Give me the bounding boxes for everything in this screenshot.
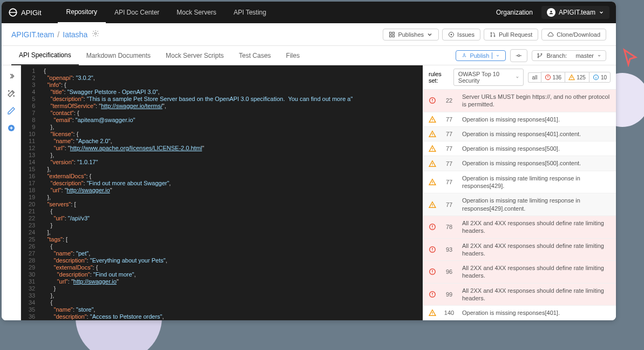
rule-line: 96	[442, 268, 457, 275]
logo-text: APIGit	[21, 9, 42, 17]
rule-message: Server URLs MUST begin https://, and no …	[462, 93, 611, 109]
wand-icon[interactable]	[7, 89, 16, 98]
warn-icon	[568, 74, 575, 80]
rule-message: All 2XX and 4XX responses should define …	[462, 242, 611, 258]
warn-icon	[429, 178, 436, 186]
nav-item[interactable]: Mock Servers	[168, 2, 225, 23]
breadcrumb-repo[interactable]: Iatasha	[63, 30, 87, 39]
rocket-icon	[462, 53, 467, 58]
rule-line: 78	[442, 224, 457, 230]
plus-icon[interactable]	[7, 124, 16, 132]
rule-line: 77	[442, 145, 457, 152]
issues-icon	[448, 31, 455, 38]
error-icon	[429, 291, 436, 298]
filter-error[interactable]: 136	[541, 72, 565, 83]
svg-rect-3	[390, 32, 392, 34]
chevron-down-icon	[597, 53, 601, 58]
rule-row[interactable]: 77Operation is missing responses[401].co…	[423, 127, 616, 142]
top-bar: APIGit RepositoryAPI Doc CenterMock Serv…	[2, 2, 616, 23]
svg-point-2	[94, 32, 97, 35]
rule-row[interactable]: 96All 2XX and 4XX responses should defin…	[423, 261, 616, 284]
nav-item[interactable]: API Testing	[225, 2, 275, 23]
rule-message: Operation is missing responses[401].	[462, 116, 611, 123]
rule-row[interactable]: 78All 2XX and 4XX responses should defin…	[423, 216, 616, 239]
branch-selector[interactable]: Branch: master	[532, 50, 606, 61]
filter-info[interactable]: 10	[589, 72, 611, 83]
tab[interactable]: API Specifications	[11, 46, 79, 65]
rule-line: 140	[442, 309, 457, 316]
user-name: APIGIT.team	[559, 9, 595, 16]
rule-message: Operation is missing rate limiting respo…	[462, 197, 611, 212]
logo[interactable]: APIGit	[8, 8, 42, 17]
error-icon	[429, 97, 436, 104]
rule-line: 93	[442, 246, 457, 253]
gear-icon[interactable]	[92, 30, 99, 39]
svg-rect-5	[390, 35, 392, 37]
breadcrumb-bar: APIGIT.team / Iatasha Publishes Issues P…	[2, 23, 616, 46]
commit-icon	[515, 52, 523, 59]
rule-row[interactable]: 22Server URLs MUST begin https://, and n…	[423, 90, 616, 112]
commit-icon-button[interactable]	[510, 49, 527, 62]
rule-message: Operation is missing responses[500].cont…	[462, 159, 611, 167]
rule-line: 77	[442, 160, 457, 167]
rules-panel: rules set: OWASP Top 10 Security all 136…	[423, 65, 616, 320]
rule-line: 77	[442, 116, 457, 123]
rule-line: 22	[442, 97, 457, 104]
svg-point-8	[451, 34, 452, 35]
svg-point-14	[538, 57, 539, 58]
user-menu[interactable]: APIGIT.team	[541, 6, 609, 19]
rule-row[interactable]: 77Operation is missing rate limiting res…	[423, 193, 616, 216]
chevron-down-icon	[516, 75, 519, 79]
rules-set-label: rules set:	[429, 71, 449, 84]
pencil-icon[interactable]	[7, 106, 16, 115]
issues-button[interactable]: Issues	[442, 29, 480, 41]
warn-icon	[429, 309, 436, 317]
chevron-down-icon	[496, 53, 500, 58]
pull-request-icon	[490, 31, 496, 38]
rule-line: 77	[442, 201, 457, 208]
error-icon	[429, 268, 436, 275]
nav-organization[interactable]: Organization	[496, 9, 533, 16]
rule-message: All 2XX and 4XX responses should define …	[462, 287, 611, 302]
svg-point-11	[494, 36, 495, 37]
avatar-icon	[547, 8, 555, 17]
rule-line: 99	[442, 291, 457, 298]
tabs-bar: API SpecificationsMarkdown DocumentsMock…	[2, 46, 616, 65]
rule-row[interactable]: 140Operation is missing responses[401].	[423, 306, 616, 320]
filter-warn[interactable]: 125	[565, 72, 589, 83]
clone-button[interactable]: Clone/Download	[541, 29, 606, 41]
rules-set-dropdown[interactable]: OWASP Top 10 Security	[453, 69, 524, 86]
branch-icon	[537, 52, 543, 59]
tab[interactable]: Markdown Documents	[79, 46, 158, 65]
breadcrumb-separator: /	[57, 30, 59, 39]
rule-row[interactable]: 93All 2XX and 4XX responses should defin…	[423, 239, 616, 261]
code-editor[interactable]: 1234567891011121314151617181920212223242…	[21, 65, 423, 320]
warn-icon	[429, 130, 436, 138]
pull-request-button[interactable]: Pull Request	[484, 29, 538, 41]
rule-message: Operation is missing responses[401].cont…	[462, 130, 611, 138]
app-window: APIGit RepositoryAPI Doc CenterMock Serv…	[2, 2, 616, 320]
rule-row[interactable]: 77Operation is missing responses[401].	[423, 112, 616, 127]
warn-icon	[429, 160, 436, 167]
publish-button[interactable]: Publish	[456, 50, 506, 61]
rule-row[interactable]: 99All 2XX and 4XX responses should defin…	[423, 284, 616, 306]
nav-item[interactable]: Repository	[58, 2, 106, 23]
grid-icon	[389, 31, 395, 38]
rule-line: 77	[442, 179, 457, 185]
tab[interactable]: Mock Server Scripts	[158, 46, 231, 65]
info-icon	[593, 74, 599, 80]
tab[interactable]: Test Cases	[231, 46, 278, 65]
publishes-button[interactable]: Publishes	[383, 29, 439, 41]
rule-row[interactable]: 77Operation is missing responses[500].	[423, 142, 616, 156]
rule-message: Operation is missing responses[500].	[462, 145, 611, 152]
rule-row[interactable]: 77Operation is missing rate limiting res…	[423, 171, 616, 194]
chevron-right-icon[interactable]	[7, 72, 16, 80]
logo-icon	[8, 8, 18, 17]
error-icon	[429, 246, 436, 253]
breadcrumb-org[interactable]: APIGIT.team	[11, 30, 54, 39]
filter-all[interactable]: all	[528, 72, 540, 83]
cursor-decoration	[620, 48, 640, 69]
tab[interactable]: Files	[279, 46, 307, 65]
rule-row[interactable]: 77Operation is missing responses[500].co…	[423, 156, 616, 171]
nav-item[interactable]: API Doc Center	[106, 2, 168, 23]
